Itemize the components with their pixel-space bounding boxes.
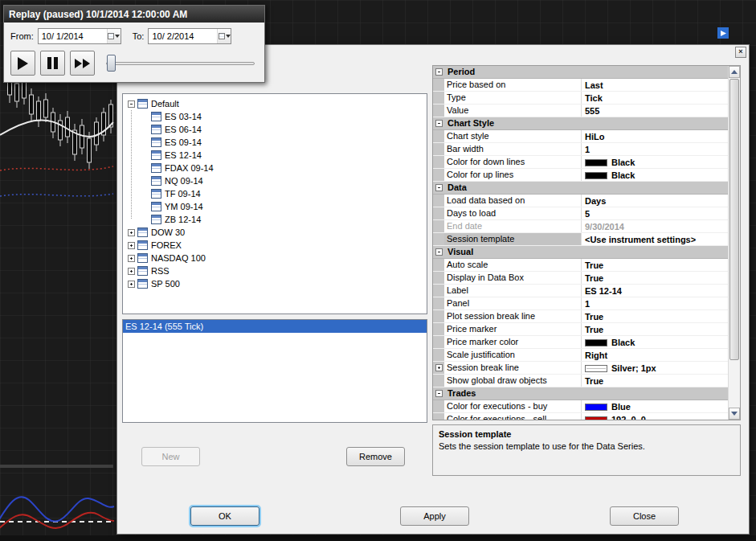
tree-node-group[interactable]: DOW 30 (125, 226, 425, 239)
slider-track[interactable] (106, 62, 255, 65)
property-name[interactable]: Label (444, 285, 582, 297)
property-name[interactable]: Color for up lines (444, 169, 582, 181)
property-name[interactable]: Display in Data Box (444, 272, 582, 284)
category-row-period[interactable]: Period (433, 66, 728, 79)
property-value[interactable]: 192, 0, 0 (582, 413, 728, 420)
property-row[interactable]: Show global draw objects True (433, 375, 728, 387)
tree-node-instrument[interactable]: TF 09-14 (125, 187, 425, 200)
tree-node-instrument[interactable]: ES 03-14 (125, 110, 425, 123)
collapse-icon[interactable] (435, 248, 443, 256)
property-name[interactable]: Load data based on (444, 195, 582, 207)
property-value[interactable]: <Use instrument settings> (582, 233, 728, 245)
property-name[interactable]: Color for executions - buy (444, 400, 582, 412)
property-row[interactable]: Load data based on Days (433, 195, 728, 207)
tree-node-group[interactable]: RSS (125, 264, 425, 277)
property-value[interactable]: True (582, 375, 728, 387)
expand-icon[interactable] (128, 281, 135, 288)
property-grid-scrollbar[interactable] (728, 66, 740, 420)
property-name[interactable]: Bar width (444, 143, 582, 155)
tree-node-group[interactable]: FOREX (125, 239, 425, 252)
tree-node-instrument[interactable]: FDAX 09-14 (125, 162, 425, 174)
property-name[interactable]: Scale justification (444, 349, 582, 361)
collapse-icon[interactable] (435, 184, 443, 191)
to-date-picker[interactable]: 10/ 2/2014 (148, 28, 231, 44)
property-row[interactable]: Type Tick (433, 92, 728, 105)
tree-node-instrument[interactable]: ES 06-14 (125, 123, 425, 136)
collapse-icon[interactable] (435, 390, 443, 397)
property-row[interactable]: Auto scale True (433, 259, 728, 272)
from-date-dropdown-button[interactable] (107, 29, 121, 43)
expand-icon[interactable] (435, 364, 443, 371)
property-name[interactable]: Color for down lines (444, 156, 582, 168)
expand-icon[interactable] (128, 229, 135, 236)
expand-icon[interactable] (128, 242, 135, 249)
property-row-session-break-line[interactable]: Session break line Silver; 1px (433, 362, 728, 375)
remove-button[interactable]: Remove (346, 447, 405, 466)
property-value[interactable]: True (582, 310, 728, 322)
new-button[interactable]: New (141, 447, 200, 466)
from-date-picker[interactable]: 10/ 1/2014 (38, 28, 121, 44)
property-value[interactable]: HiLo (582, 130, 728, 142)
series-listbox[interactable]: ES 12-14 (555 Tick) (122, 319, 427, 423)
collapse-icon[interactable] (435, 68, 443, 76)
tree-node-instrument[interactable]: NQ 09-14 (125, 174, 425, 187)
property-value[interactable]: Tick (582, 92, 728, 104)
slider-thumb[interactable] (107, 55, 116, 72)
property-value[interactable]: 1 (582, 297, 728, 309)
scrollbar-down-button[interactable] (729, 408, 740, 420)
series-list-item-selected[interactable]: ES 12-14 (555 Tick) (123, 320, 427, 333)
tree-node-instrument[interactable]: ZB 12-14 (125, 213, 425, 226)
property-name[interactable]: Session template (444, 233, 582, 245)
property-row[interactable]: Panel 1 (433, 297, 728, 310)
property-row[interactable]: Days to load 5 (433, 207, 728, 220)
tree-node-group[interactable]: NASDAQ 100 (125, 252, 425, 264)
property-row[interactable]: Value 555 (433, 105, 728, 117)
property-row[interactable]: Plot session break line True (433, 310, 728, 323)
property-value[interactable]: Days (582, 195, 728, 207)
property-name[interactable]: Show global draw objects (444, 375, 582, 387)
property-value[interactable]: 5 (582, 207, 728, 219)
property-row[interactable]: Color for executions - sell 192, 0, 0 (433, 413, 728, 420)
play-button[interactable] (10, 51, 35, 76)
property-grid[interactable]: Period Price based on Last Type Tick Val… (432, 65, 741, 420)
tree-node-instrument[interactable]: YM 09-14 (125, 200, 425, 213)
scrollbar-up-button[interactable] (729, 66, 740, 78)
close-button[interactable]: Close (610, 506, 679, 526)
property-value[interactable]: Black (582, 336, 728, 348)
collapse-icon[interactable] (128, 100, 135, 108)
property-name[interactable]: Price marker (444, 323, 582, 335)
property-row[interactable]: Scale justification Right (433, 349, 728, 362)
property-value[interactable]: True (582, 272, 728, 284)
property-row[interactable]: Price marker True (433, 323, 728, 336)
property-name[interactable]: Value (444, 105, 582, 117)
fast-forward-button[interactable] (70, 51, 95, 76)
category-row-visual[interactable]: Visual (433, 246, 728, 259)
property-row-session-template[interactable]: Session template <Use instrument setting… (433, 233, 728, 246)
property-name[interactable]: Days to load (444, 207, 582, 219)
property-name[interactable]: Chart style (444, 130, 582, 142)
property-value[interactable]: Blue (582, 400, 728, 412)
replay-speed-slider[interactable] (104, 51, 258, 76)
to-date-dropdown-button[interactable] (217, 29, 231, 43)
property-name[interactable]: Type (444, 92, 582, 104)
property-name[interactable]: Price based on (444, 79, 582, 91)
property-value[interactable]: 555 (582, 105, 728, 117)
category-row-data[interactable]: Data (433, 182, 728, 195)
property-value[interactable]: ES 12-14 (582, 285, 728, 297)
pause-button[interactable] (40, 51, 65, 76)
scrollbar-thumb[interactable] (729, 79, 739, 360)
expand-icon[interactable] (128, 255, 135, 262)
property-value[interactable]: Black (582, 156, 728, 168)
category-row-chart-style[interactable]: Chart Style (433, 117, 728, 130)
property-name[interactable]: Session break line (444, 362, 582, 374)
category-row-trades[interactable]: Trades (433, 387, 728, 400)
dialog-close-button[interactable]: × (735, 47, 746, 58)
tree-node-instrument[interactable]: ES 12-14 (125, 149, 425, 162)
property-row[interactable]: Display in Data Box True (433, 272, 728, 285)
instrument-tree[interactable]: Default ES 03-14 ES 06-14 ES 09-14 ES 1 (122, 93, 427, 314)
expand-icon[interactable] (128, 268, 135, 275)
property-value[interactable]: 1 (582, 143, 728, 155)
property-row[interactable]: Color for down lines Black (433, 156, 728, 169)
property-value[interactable]: Last (582, 79, 728, 91)
property-value[interactable]: Right (582, 349, 728, 361)
